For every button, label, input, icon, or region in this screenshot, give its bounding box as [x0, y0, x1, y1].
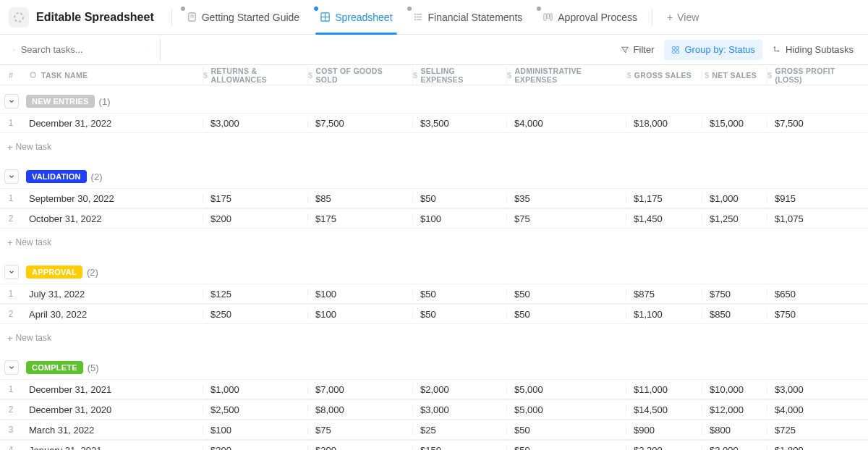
cell-cogs[interactable]: $175 [307, 213, 412, 224]
table-row[interactable]: 2April 30, 2022$250$100$50$50$1,100$850$… [0, 304, 868, 324]
cell-returns[interactable]: $200 [203, 213, 307, 224]
col-admin-header[interactable]: $ADMINISTRATIVE EXPENSES [506, 67, 626, 84]
cell-gross-sales[interactable]: $900 [626, 425, 702, 436]
cell-gross-profit[interactable]: $1,075 [767, 213, 861, 224]
cell-admin[interactable]: $50 [506, 425, 626, 436]
cell-gross-profit[interactable]: $4,000 [767, 404, 861, 415]
cell-selling[interactable]: $25 [412, 425, 506, 436]
cell-cogs[interactable]: $7,500 [307, 118, 412, 129]
cell-gross-sales[interactable]: $1,450 [626, 213, 702, 224]
new-task-button[interactable]: +New task [0, 137, 868, 156]
cell-selling[interactable]: $50 [412, 193, 506, 204]
cell-net-sales[interactable]: $850 [702, 309, 767, 320]
tab-getting-started[interactable]: Getting Started Guide [176, 0, 310, 35]
new-task-button[interactable]: +New task [0, 328, 868, 347]
status-badge[interactable]: VALIDATION [26, 170, 87, 183]
status-badge[interactable]: APPROVAL [26, 266, 82, 279]
group-header[interactable]: APPROVAL(2) [0, 260, 868, 284]
cell-gross-sales[interactable]: $875 [626, 289, 702, 300]
table-row[interactable]: 1September 30, 2022$175$85$50$35$1,175$1… [0, 188, 868, 208]
col-net-sales-header[interactable]: $NET SALES [702, 71, 767, 80]
cell-selling[interactable]: $50 [412, 289, 506, 300]
tab-approval-process[interactable]: Approval Process [532, 0, 647, 35]
cell-gross-sales[interactable]: $1,175 [626, 193, 702, 204]
table-row[interactable]: 2December 31, 2020$2,500$8,000$3,000$5,0… [0, 399, 868, 420]
cell-admin[interactable]: $5,000 [506, 404, 626, 415]
group-header[interactable]: COMPLETE(5) [0, 356, 868, 379]
cell-net-sales[interactable]: $2,000 [702, 445, 767, 451]
cell-admin[interactable]: $50 [506, 289, 626, 300]
cell-admin[interactable]: $50 [506, 309, 626, 320]
group-header[interactable]: NEW ENTRIES(1) [0, 90, 868, 113]
cell-net-sales[interactable]: $1,000 [702, 193, 767, 204]
cell-cogs[interactable]: $7,000 [307, 384, 412, 395]
cell-selling[interactable]: $50 [412, 309, 506, 320]
cell-returns[interactable]: $1,000 [203, 384, 307, 395]
table-row[interactable]: 2October 31, 2022$200$175$100$75$1,450$1… [0, 208, 868, 229]
search-input-wrap[interactable] [7, 39, 156, 61]
cell-gross-profit[interactable]: $725 [767, 425, 861, 436]
cell-gross-profit[interactable]: $3,000 [767, 384, 861, 395]
cell-cogs[interactable]: $100 [307, 309, 412, 320]
collapse-button[interactable] [4, 265, 19, 279]
status-badge[interactable]: COMPLETE [26, 361, 83, 374]
cell-selling[interactable]: $100 [412, 213, 506, 224]
tab-spreadsheet[interactable]: Spreadsheet [310, 0, 402, 35]
cell-admin[interactable]: $50 [506, 445, 626, 451]
cell-gross-sales[interactable]: $18,000 [626, 118, 702, 129]
cell-returns[interactable]: $2,500 [203, 404, 307, 415]
cell-net-sales[interactable]: $800 [702, 425, 767, 436]
collapse-button[interactable] [4, 169, 19, 184]
new-task-button[interactable]: +New task [0, 233, 868, 252]
cell-returns[interactable]: $300 [203, 445, 307, 451]
collapse-button[interactable] [4, 94, 19, 109]
cell-selling[interactable]: $3,500 [412, 118, 506, 129]
task-name-cell[interactable]: March 31, 2022 [22, 425, 203, 436]
group-header[interactable]: VALIDATION(2) [0, 165, 868, 188]
cell-gross-sales[interactable]: $14,500 [626, 404, 702, 415]
cell-gross-profit[interactable]: $1,800 [767, 445, 861, 451]
cell-net-sales[interactable]: $1,250 [702, 213, 767, 224]
table-row[interactable]: 4January 31, 2021$300$200$150$50$2,300$2… [0, 440, 868, 450]
task-name-cell[interactable]: October 31, 2022 [22, 213, 203, 224]
cell-returns[interactable]: $250 [203, 309, 307, 320]
col-selling-header[interactable]: $SELLING EXPENSES [412, 67, 506, 84]
cell-admin[interactable]: $5,000 [506, 384, 626, 395]
cell-cogs[interactable]: $200 [307, 445, 412, 451]
col-gross-sales-header[interactable]: $GROSS SALES [626, 71, 702, 80]
cell-cogs[interactable]: $8,000 [307, 404, 412, 415]
table-row[interactable]: 1December 31, 2022$3,000$7,500$3,500$4,0… [0, 113, 868, 133]
cell-cogs[interactable]: $75 [307, 425, 412, 436]
cell-gross-sales[interactable]: $2,300 [626, 445, 702, 451]
table-row[interactable]: 1July 31, 2022$125$100$50$50$875$750$650 [0, 284, 868, 304]
group-by-button[interactable]: Group by: Status [664, 40, 762, 60]
status-badge[interactable]: NEW ENTRIES [26, 95, 95, 108]
cell-gross-profit[interactable]: $7,500 [767, 118, 861, 129]
cell-net-sales[interactable]: $750 [702, 289, 767, 300]
cell-admin[interactable]: $75 [506, 213, 626, 224]
task-name-cell[interactable]: April 30, 2022 [22, 309, 203, 320]
task-name-cell[interactable]: January 31, 2021 [22, 445, 203, 451]
cell-net-sales[interactable]: $12,000 [702, 404, 767, 415]
cell-gross-profit[interactable]: $650 [767, 289, 861, 300]
cell-selling[interactable]: $3,000 [412, 404, 506, 415]
cell-returns[interactable]: $125 [203, 289, 307, 300]
filter-button[interactable]: Filter [613, 40, 662, 60]
cell-admin[interactable]: $4,000 [506, 118, 626, 129]
cell-returns[interactable]: $3,000 [203, 118, 307, 129]
cell-cogs[interactable]: $85 [307, 193, 412, 204]
hiding-subtasks-button[interactable]: Hiding Subtasks [765, 40, 861, 60]
task-name-cell[interactable]: December 31, 2022 [22, 118, 203, 129]
search-input[interactable] [21, 44, 142, 55]
task-name-cell[interactable]: September 30, 2022 [22, 193, 203, 204]
app-icon[interactable] [9, 7, 29, 27]
tab-financial-statements[interactable]: Financial Statements [403, 0, 533, 35]
cell-returns[interactable]: $100 [203, 425, 307, 436]
col-cogs-header[interactable]: $COST OF GOODS SOLD [307, 67, 412, 84]
col-returns-header[interactable]: $RETURNS & ALLOWANCES [203, 67, 307, 84]
task-name-cell[interactable]: December 31, 2021 [22, 384, 203, 395]
cell-admin[interactable]: $35 [506, 193, 626, 204]
cell-gross-sales[interactable]: $11,000 [626, 384, 702, 395]
collapse-button[interactable] [4, 360, 19, 375]
col-name-header[interactable]: TASK NAME [22, 71, 203, 80]
